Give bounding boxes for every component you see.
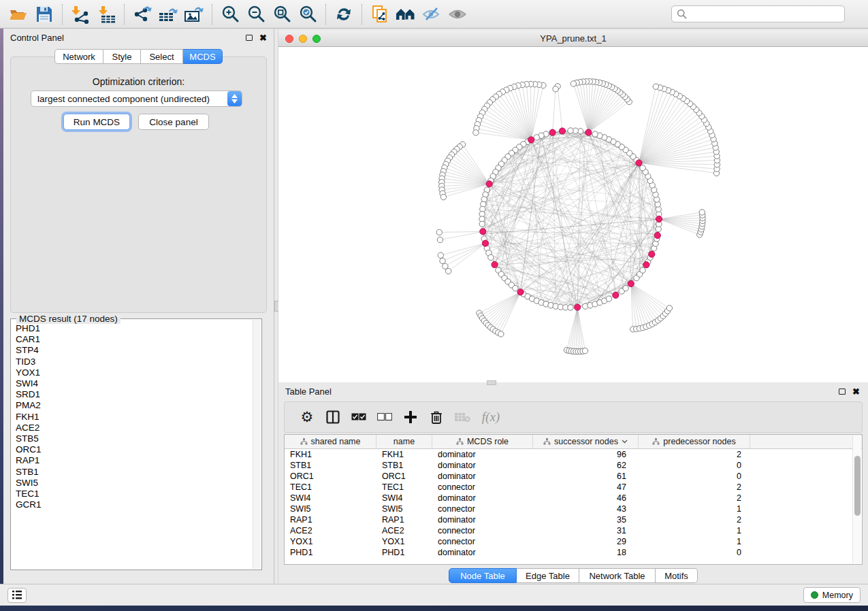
mcds-list-item[interactable]: STB5 bbox=[16, 433, 253, 444]
network-node-dominator[interactable] bbox=[482, 240, 488, 246]
export-image-button[interactable] bbox=[181, 3, 207, 26]
network-node[interactable] bbox=[436, 229, 442, 235]
show-columns-button[interactable] bbox=[320, 405, 346, 429]
tab-node-table[interactable]: Node Table bbox=[449, 568, 517, 583]
mcds-list-item[interactable]: YOX1 bbox=[16, 367, 253, 378]
mcds-list-item[interactable]: STP4 bbox=[16, 345, 253, 356]
home-networks-button[interactable] bbox=[393, 3, 419, 26]
network-node[interactable] bbox=[438, 252, 443, 258]
column-header-successor-nodes[interactable]: successor nodes bbox=[533, 435, 639, 448]
vertical-splitter[interactable] bbox=[274, 29, 278, 584]
network-node[interactable] bbox=[513, 285, 518, 291]
network-node[interactable] bbox=[582, 348, 588, 353]
network-node[interactable] bbox=[606, 296, 611, 301]
mcds-list-item[interactable]: SWI4 bbox=[16, 378, 253, 389]
network-node[interactable] bbox=[437, 237, 443, 242]
network-node[interactable] bbox=[653, 84, 658, 89]
tab-mcds[interactable]: MCDS bbox=[183, 49, 223, 64]
network-node[interactable] bbox=[488, 254, 494, 260]
network-node-dominator[interactable] bbox=[636, 160, 642, 166]
function-builder-button[interactable]: f(x) bbox=[475, 405, 507, 429]
memory-button[interactable]: Memory bbox=[803, 587, 861, 603]
zoom-selected-button[interactable] bbox=[295, 3, 321, 26]
network-node-dominator[interactable] bbox=[654, 232, 660, 238]
table-row[interactable]: YOX1YOX1connector291 bbox=[285, 536, 862, 547]
network-node-dominator[interactable] bbox=[575, 304, 581, 310]
network-node[interactable] bbox=[568, 128, 573, 133]
table-row[interactable]: ACE2ACE2connector311 bbox=[285, 525, 862, 536]
import-network-button[interactable] bbox=[67, 3, 93, 26]
mcds-list-item[interactable]: ACE2 bbox=[16, 423, 253, 433]
column-header-shared-name[interactable]: shared name bbox=[285, 435, 376, 448]
network-node-dominator[interactable] bbox=[643, 262, 649, 268]
mcds-list-item[interactable]: TID3 bbox=[16, 357, 253, 367]
network-node-dominator[interactable] bbox=[492, 261, 498, 267]
mcds-list-item[interactable]: PHD1 bbox=[16, 323, 253, 334]
network-node[interactable] bbox=[473, 130, 479, 135]
network-node-dominator[interactable] bbox=[549, 129, 556, 135]
mcds-list-item[interactable]: STB1 bbox=[16, 467, 253, 478]
network-node-dominator[interactable] bbox=[559, 128, 565, 134]
network-node-dominator[interactable] bbox=[528, 137, 534, 143]
network-node[interactable] bbox=[440, 194, 446, 199]
float-panel-icon[interactable] bbox=[246, 35, 253, 41]
export-table-button[interactable] bbox=[155, 3, 181, 26]
network-node[interactable] bbox=[640, 267, 645, 273]
add-column-button[interactable] bbox=[398, 405, 423, 429]
network-node-dominator[interactable] bbox=[517, 289, 524, 295]
zoom-in-button[interactable] bbox=[217, 3, 243, 26]
network-canvas[interactable] bbox=[278, 47, 868, 382]
search-box[interactable] bbox=[671, 5, 845, 22]
close-panel-button[interactable]: Close panel bbox=[138, 114, 209, 130]
select-all-button[interactable] bbox=[346, 405, 372, 429]
search-input[interactable] bbox=[690, 9, 839, 19]
table-row[interactable]: RAP1RAP1dominator352 bbox=[285, 514, 862, 525]
mcds-list-item[interactable]: SRD1 bbox=[16, 389, 253, 400]
table-row[interactable]: PHD1PHD1dominator180 bbox=[285, 547, 862, 558]
open-file-button[interactable] bbox=[5, 3, 31, 26]
network-node-dominator[interactable] bbox=[585, 129, 592, 135]
network-node[interactable] bbox=[699, 210, 705, 215]
maximize-window-icon[interactable] bbox=[312, 35, 321, 43]
network-window-titlebar[interactable]: YPA_prune.txt_1 bbox=[278, 31, 868, 47]
table-row[interactable]: SWI5SWI5connector431 bbox=[285, 503, 862, 514]
export-network-button[interactable] bbox=[129, 3, 155, 26]
tab-edge-table[interactable]: Edge Table bbox=[517, 568, 579, 583]
network-node-dominator[interactable] bbox=[480, 229, 486, 235]
network-node[interactable] bbox=[534, 135, 539, 140]
float-table-panel-icon[interactable] bbox=[839, 389, 846, 395]
mcds-list-item[interactable]: SWI5 bbox=[16, 478, 253, 489]
table-row[interactable]: FKH1FKH1dominator962 bbox=[285, 449, 862, 460]
network-node[interactable] bbox=[498, 331, 504, 337]
horizontal-splitter-handle[interactable] bbox=[487, 380, 496, 385]
delete-column-button[interactable] bbox=[423, 405, 449, 429]
network-node[interactable] bbox=[445, 268, 451, 274]
tab-select[interactable]: Select bbox=[141, 49, 183, 64]
mcds-list-item[interactable]: TEC1 bbox=[16, 489, 253, 499]
close-window-icon[interactable] bbox=[285, 35, 293, 43]
table-settings-button[interactable]: ⚙ bbox=[294, 405, 320, 429]
network-node-dominator[interactable] bbox=[628, 280, 634, 286]
zoom-fit-button[interactable] bbox=[269, 3, 295, 26]
optimization-criterion-dropdown[interactable]: largest connected component (undirected) bbox=[31, 90, 242, 107]
network-node[interactable] bbox=[479, 221, 485, 227]
network-node[interactable] bbox=[570, 81, 576, 86]
mcds-list-scrollbar[interactable] bbox=[253, 320, 261, 569]
network-node[interactable] bbox=[623, 285, 628, 291]
import-table-button[interactable] bbox=[93, 3, 119, 26]
task-history-button[interactable] bbox=[7, 588, 27, 603]
tab-motifs[interactable]: Motifs bbox=[656, 568, 698, 583]
network-node-dominator[interactable] bbox=[656, 216, 662, 222]
column-header-predecessor-nodes[interactable]: predecessor nodes bbox=[639, 435, 750, 448]
table-scrollbar-thumb[interactable] bbox=[854, 456, 861, 516]
table-row[interactable]: TEC1TEC1connector472 bbox=[285, 482, 862, 493]
column-header-MCDS-role[interactable]: MCDS role bbox=[432, 435, 533, 448]
tab-style[interactable]: Style bbox=[103, 49, 141, 64]
network-node-dominator[interactable] bbox=[486, 181, 492, 187]
deselect-all-button[interactable] bbox=[372, 405, 398, 429]
table-scrollbar[interactable] bbox=[852, 435, 861, 563]
network-node-dominator[interactable] bbox=[613, 292, 619, 298]
mcds-list-item[interactable]: ORC1 bbox=[16, 444, 253, 455]
tab-network-table[interactable]: Network Table bbox=[579, 568, 656, 583]
minimize-window-icon[interactable] bbox=[299, 35, 307, 43]
